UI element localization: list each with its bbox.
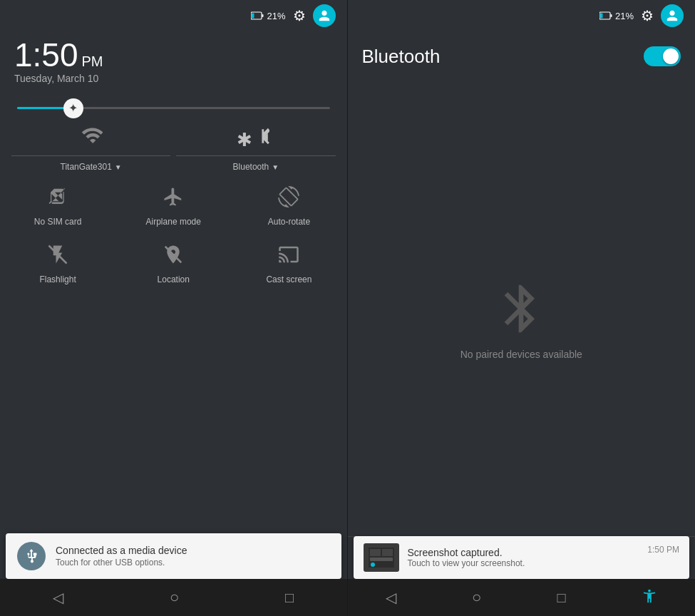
svg-rect-12 (370, 558, 393, 561)
no-sim-label: No SIM card (34, 217, 82, 227)
bluetooth-large-icon (493, 280, 550, 337)
avatar-right[interactable] (661, 4, 684, 27)
bluetooth-dropdown-icon[interactable]: ▼ (272, 163, 279, 171)
usb-notification-title: Connected as a media device (56, 545, 330, 556)
no-sim-icon (47, 186, 68, 212)
screenshot-time: 1:50 PM (647, 543, 679, 555)
right-status-bar: 21% ⚙ (348, 0, 696, 31)
ampm-display: PM (82, 53, 103, 70)
left-panel: 21% ⚙ 1:50 PM Tuesday, March 10 ✦ (0, 0, 347, 616)
auto-rotate-item[interactable]: Auto-rotate (253, 186, 324, 227)
flashlight-icon (47, 244, 68, 270)
time-display: 1:50 (14, 38, 78, 71)
flashlight-item[interactable]: Flashlight (22, 244, 93, 284)
svg-rect-2 (252, 14, 254, 19)
usb-notification[interactable]: Connected as a media device Touch for ot… (6, 533, 341, 579)
icon-row-1: No SIM card Airplane mode Auto-rotate (0, 178, 347, 235)
bluetooth-label: Bluetooth (233, 162, 269, 172)
location-item[interactable]: Location (138, 244, 209, 284)
screenshot-thumbnail (364, 543, 399, 572)
auto-rotate-label: Auto-rotate (268, 217, 310, 227)
svg-point-13 (371, 563, 375, 567)
battery-percent-right: 21% (615, 11, 634, 21)
bluetooth-title: Bluetooth (362, 46, 441, 68)
svg-rect-6 (610, 14, 612, 17)
screenshot-notification[interactable]: Screenshot captured. Touch to view your … (354, 536, 690, 579)
back-button-left[interactable]: ◁ (53, 589, 63, 606)
flashlight-label: Flashlight (39, 274, 76, 284)
bluetooth-divider (176, 155, 335, 156)
wifi-tile[interactable]: TitanGate301 ▼ (11, 126, 170, 172)
no-devices-text: No paired devices available (460, 349, 582, 360)
home-button-left[interactable]: ○ (170, 588, 179, 607)
back-button-right[interactable]: ◁ (386, 589, 396, 606)
settings-icon-left[interactable]: ⚙ (293, 7, 306, 24)
screenshot-title: Screenshot captured. (408, 547, 639, 558)
sun-icon: ✦ (68, 101, 78, 115)
battery-indicator: 21% (251, 11, 285, 21)
wifi-divider (11, 155, 170, 156)
wifi-dropdown-icon[interactable]: ▼ (115, 163, 122, 171)
airplane-item[interactable]: Airplane mode (138, 186, 209, 227)
brightness-thumb: ✦ (63, 98, 83, 118)
usb-icon (17, 542, 46, 570)
auto-rotate-icon (278, 186, 299, 212)
no-sim-item[interactable]: No SIM card (22, 186, 93, 227)
recents-button-left[interactable]: □ (285, 590, 294, 606)
right-panel: 21% ⚙ Bluetooth No paired devices availa… (348, 0, 696, 616)
brightness-area: ✦ (0, 96, 347, 120)
quick-tiles-row: TitanGate301 ▼ ✱ Bluetooth ▼ (0, 120, 347, 178)
recents-button-right[interactable]: □ (557, 590, 565, 606)
svg-rect-11 (382, 549, 393, 556)
left-nav-bar: ◁ ○ □ (0, 579, 347, 616)
clock-area: 1:50 PM Tuesday, March 10 (0, 31, 347, 96)
left-status-bar: 21% ⚙ (0, 0, 347, 31)
brightness-slider[interactable]: ✦ (17, 107, 330, 109)
toggle-knob (663, 48, 679, 64)
battery-percent-left: 21% (267, 11, 285, 21)
cast-icon (278, 244, 299, 270)
screenshot-subtitle: Touch to view your screenshot. (408, 558, 639, 568)
bluetooth-tile[interactable]: ✱ Bluetooth ▼ (176, 126, 335, 172)
wifi-icon (80, 126, 103, 151)
svg-rect-1 (262, 14, 264, 17)
airplane-label: Airplane mode (146, 217, 201, 227)
airplane-icon (163, 186, 184, 212)
bluetooth-toggle[interactable] (644, 46, 681, 66)
usb-notification-text: Connected as a media device Touch for ot… (56, 545, 330, 568)
avatar-left[interactable] (313, 4, 336, 27)
wifi-label: TitanGate301 (61, 162, 112, 172)
right-nav-bar: ◁ ○ □ (348, 579, 696, 616)
bluetooth-header: Bluetooth (348, 31, 696, 81)
accessibility-icon[interactable] (642, 588, 657, 607)
location-icon (163, 244, 184, 270)
cast-screen-item[interactable]: Cast screen (253, 244, 324, 284)
battery-indicator-right: 21% (599, 11, 634, 21)
date-display: Tuesday, March 10 (14, 73, 333, 84)
svg-rect-7 (600, 14, 603, 19)
icon-row-2: Flashlight Location Cast screen (0, 235, 347, 293)
home-button-right[interactable]: ○ (472, 588, 481, 607)
usb-notification-subtitle: Touch for other USB options. (56, 558, 330, 568)
location-label: Location (158, 274, 190, 284)
settings-icon-right[interactable]: ⚙ (641, 7, 654, 24)
svg-rect-10 (370, 549, 381, 556)
bluetooth-icon: ✱ (237, 126, 274, 151)
cast-label: Cast screen (266, 274, 312, 284)
screenshot-text: Screenshot captured. Touch to view your … (408, 547, 639, 568)
